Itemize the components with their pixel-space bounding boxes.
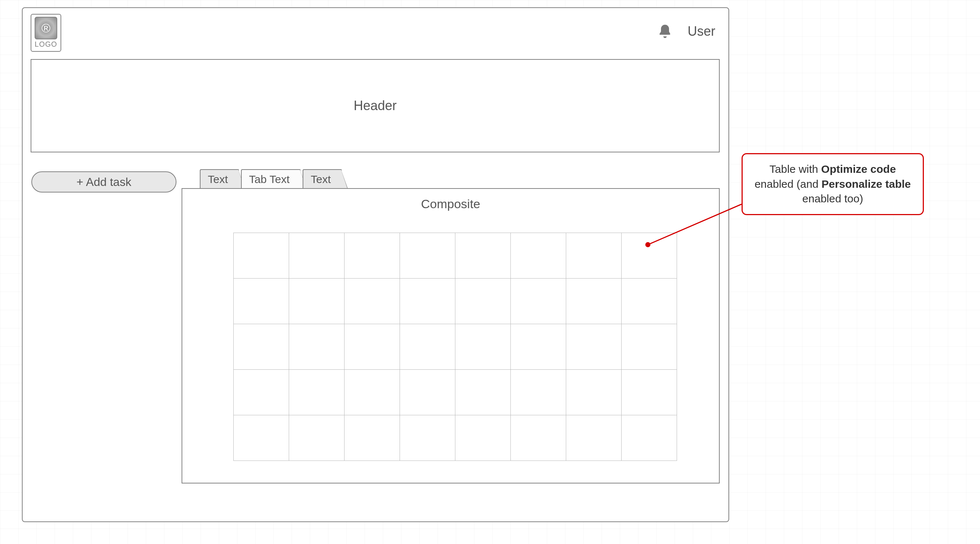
annotation-callout: Table with Optimize code enabled (and Pe… <box>741 153 924 215</box>
logo-glyph: ® <box>41 21 50 35</box>
table-cell[interactable] <box>566 370 622 415</box>
table-row <box>234 324 677 370</box>
table-cell[interactable] <box>622 324 677 370</box>
table-cell[interactable] <box>400 370 455 415</box>
table-cell[interactable] <box>566 324 622 370</box>
table-cell[interactable] <box>234 278 289 324</box>
wireframe-frame: ® LOGO User Header + Add task Text Tab T… <box>22 7 729 522</box>
header-block: Header <box>30 59 720 153</box>
table-cell[interactable] <box>345 370 400 415</box>
table-row <box>234 278 677 324</box>
table-cell[interactable] <box>622 415 677 461</box>
table-cell[interactable] <box>234 324 289 370</box>
table-cell[interactable] <box>511 370 566 415</box>
logo-box: ® LOGO <box>30 14 61 52</box>
table-cell[interactable] <box>345 415 400 461</box>
table-cell[interactable] <box>511 415 566 461</box>
tabs-row: Text Tab Text Text <box>200 169 342 189</box>
table-row <box>234 233 677 278</box>
logo-label: LOGO <box>35 40 57 48</box>
tab-2-label: Tab Text <box>249 173 290 186</box>
table-cell[interactable] <box>400 324 455 370</box>
table-cell[interactable] <box>345 278 400 324</box>
table-cell[interactable] <box>289 278 345 324</box>
tab-3[interactable]: Text <box>302 169 342 189</box>
table-cell[interactable] <box>622 233 677 278</box>
bell-icon[interactable] <box>657 23 673 40</box>
table-cell[interactable] <box>234 233 289 278</box>
logo-icon: ® <box>35 17 57 40</box>
composite-title: Composite <box>182 197 719 211</box>
table-cell[interactable] <box>289 233 345 278</box>
annotation-tail: enabled too) <box>802 192 863 205</box>
table-cell[interactable] <box>455 324 511 370</box>
user-label[interactable]: User <box>687 24 715 39</box>
data-grid-table <box>233 232 677 461</box>
annotation-bold2: Personalize table <box>821 178 911 190</box>
table-cell[interactable] <box>622 370 677 415</box>
table-cell[interactable] <box>455 278 511 324</box>
table-cell[interactable] <box>289 324 345 370</box>
table-cell[interactable] <box>345 233 400 278</box>
table-cell[interactable] <box>345 324 400 370</box>
table-cell[interactable] <box>289 370 345 415</box>
table-cell[interactable] <box>455 370 511 415</box>
composite-panel: Composite <box>181 188 720 484</box>
tab-3-label: Text <box>310 173 331 186</box>
table-row <box>234 370 677 415</box>
tab-1[interactable]: Text <box>200 169 239 189</box>
table-cell[interactable] <box>455 415 511 461</box>
add-task-button[interactable]: + Add task <box>31 171 177 192</box>
table-cell[interactable] <box>511 278 566 324</box>
table-cell[interactable] <box>400 415 455 461</box>
table-cell[interactable] <box>622 278 677 324</box>
table-cell[interactable] <box>566 278 622 324</box>
table-cell[interactable] <box>234 370 289 415</box>
table-cell[interactable] <box>511 233 566 278</box>
add-task-label: + Add task <box>76 175 131 189</box>
annotation-bold1: Optimize code <box>821 163 896 175</box>
table-cell[interactable] <box>289 415 345 461</box>
annotation-text: Table with Optimize code enabled (and Pe… <box>751 162 914 206</box>
annotation-mid: enabled (and <box>755 178 822 190</box>
table-cell[interactable] <box>566 233 622 278</box>
table-cell[interactable] <box>234 415 289 461</box>
table-cell[interactable] <box>511 324 566 370</box>
table-cell[interactable] <box>455 233 511 278</box>
annotation-connector-dot <box>645 242 651 247</box>
topbar-right: User <box>657 23 715 40</box>
annotation-lead: Table with <box>770 163 821 175</box>
table-cell[interactable] <box>400 233 455 278</box>
tab-1-label: Text <box>208 173 228 186</box>
table-cell[interactable] <box>566 415 622 461</box>
header-title: Header <box>354 98 397 113</box>
table-cell[interactable] <box>400 278 455 324</box>
table-row <box>234 415 677 461</box>
tab-2[interactable]: Tab Text <box>241 169 301 189</box>
